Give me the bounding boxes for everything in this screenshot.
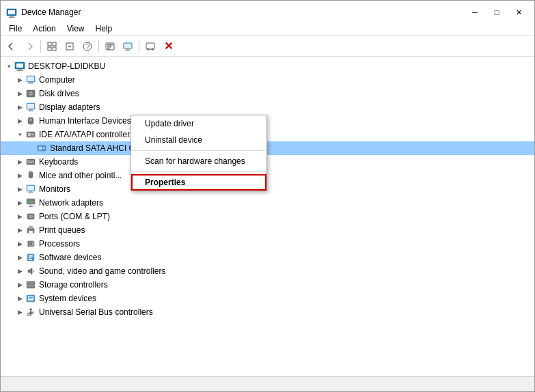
svg-rect-64 xyxy=(30,201,31,202)
context-update-driver[interactable]: Update driver xyxy=(131,115,266,132)
tree-view[interactable]: ▾ DESKTOP-LDIDKBU ▶ xyxy=(1,57,534,376)
context-scan-hardware[interactable]: Scan for hardware changes xyxy=(131,153,266,169)
menu-help[interactable]: Help xyxy=(90,23,118,36)
expand-icon-disk: ▶ xyxy=(14,88,25,99)
svg-rect-69 xyxy=(29,216,30,217)
monitor-icon xyxy=(25,184,36,195)
svg-rect-85 xyxy=(29,259,32,260)
tree-item-mice[interactable]: ▶ Mice and other pointi... xyxy=(1,169,534,182)
computer-button[interactable] xyxy=(120,38,136,55)
software-icon xyxy=(25,252,36,263)
expand-icon-storage: ▶ xyxy=(14,279,25,290)
software-devices-label: Software devices xyxy=(39,253,101,262)
svg-rect-63 xyxy=(28,201,29,202)
svg-rect-17 xyxy=(126,48,129,50)
menu-file[interactable]: File xyxy=(3,23,27,36)
tree-item-sata[interactable]: Standard SATA AHCI Controller xyxy=(1,141,534,155)
storage-icon xyxy=(25,279,36,290)
menu-bar: File Action View Help xyxy=(1,23,534,36)
sata-icon xyxy=(36,143,47,154)
svg-rect-61 xyxy=(30,200,31,201)
expand-icon-usb: ▶ xyxy=(14,307,25,318)
tree-item-disk-drives[interactable]: ▶ Disk drives xyxy=(1,87,534,100)
tree-item-usb[interactable]: ▶ Universal Serial Bus controllers xyxy=(1,305,534,319)
tree-item-sound[interactable]: ▶ Sound, video and game controllers xyxy=(1,264,534,278)
minimize-button[interactable]: ─ xyxy=(465,5,485,19)
storage-controllers-label: Storage controllers xyxy=(39,280,108,290)
menu-view[interactable]: View xyxy=(61,23,90,36)
tree-item-software[interactable]: ▶ Software devices xyxy=(1,251,534,264)
tree-item-storage[interactable]: ▶ Storage controllers xyxy=(1,278,534,292)
collapse-button[interactable] xyxy=(61,38,78,55)
svg-rect-62 xyxy=(32,200,33,201)
expand-icon-display: ▶ xyxy=(14,102,25,113)
context-sep-1 xyxy=(131,150,266,151)
svg-rect-70 xyxy=(31,216,32,217)
tree-item-processors[interactable]: ▶ Processors xyxy=(1,237,534,251)
svg-rect-58 xyxy=(28,193,33,193)
svg-marker-86 xyxy=(28,268,32,275)
svg-rect-43 xyxy=(39,147,42,150)
ports-label: Ports (COM & LPT) xyxy=(39,212,110,221)
svg-rect-3 xyxy=(9,17,14,18)
svg-rect-52 xyxy=(33,163,34,164)
svg-rect-35 xyxy=(29,109,33,111)
svg-rect-40 xyxy=(28,133,31,136)
back-button[interactable] xyxy=(3,38,20,55)
mouse-icon xyxy=(25,170,36,181)
tree-item-keyboards[interactable]: ▶ Keyboards xyxy=(1,155,534,169)
svg-rect-73 xyxy=(29,231,33,234)
forward-button[interactable] xyxy=(21,38,38,55)
tree-item-network[interactable]: ▶ Network adapters xyxy=(1,196,534,210)
device-properties-button[interactable] xyxy=(102,38,118,55)
svg-rect-34 xyxy=(27,104,34,109)
svg-rect-44 xyxy=(43,148,44,149)
svg-rect-48 xyxy=(31,160,33,162)
computer-small-icon xyxy=(25,74,36,85)
close-button[interactable]: ✕ xyxy=(508,5,529,19)
menu-action[interactable]: Action xyxy=(27,23,61,36)
svg-rect-19 xyxy=(146,43,154,49)
ide-icon xyxy=(25,129,36,140)
context-uninstall-device[interactable]: Uninstall device xyxy=(131,132,266,148)
tree-item-hid[interactable]: ▶ Human Interface Devices xyxy=(1,114,534,128)
expand-icon-ports: ▶ xyxy=(14,211,25,222)
keyboards-label: Keyboards xyxy=(39,157,78,167)
ide-label: IDE ATA/ATAPI controllers xyxy=(39,130,134,139)
svg-rect-7 xyxy=(53,47,56,51)
svg-text:?: ? xyxy=(86,43,90,51)
svg-rect-74 xyxy=(29,229,31,230)
title-controls: ─ □ ✕ xyxy=(465,5,529,19)
system-devices-label: System devices xyxy=(39,294,96,303)
disk-icon xyxy=(25,88,36,99)
app-icon xyxy=(6,7,17,18)
svg-rect-72 xyxy=(29,226,33,229)
svg-point-21 xyxy=(152,48,154,50)
maximize-button[interactable]: □ xyxy=(486,5,507,19)
context-menu: Update driver Uninstall device Scan for … xyxy=(131,115,267,191)
tree-item-system[interactable]: ▶ System devices xyxy=(1,292,534,305)
svg-rect-47 xyxy=(29,160,31,162)
tree-root[interactable]: ▾ DESKTOP-LDIDKBU xyxy=(1,59,534,73)
tree-item-ide[interactable]: ▾ IDE ATA/ATAPI controllers xyxy=(1,128,534,141)
tree-item-monitors[interactable]: ▶ Monitors xyxy=(1,182,534,196)
tree-item-ports[interactable]: ▶ Ports (COM & LPT) xyxy=(1,210,534,223)
svg-rect-51 xyxy=(29,163,32,164)
tree-item-computer[interactable]: ▶ Computer xyxy=(1,73,534,87)
computer-label: Computer xyxy=(39,75,75,85)
svg-rect-23 xyxy=(16,64,23,68)
context-properties[interactable]: Properties xyxy=(131,174,266,191)
remove-button[interactable]: ✕ xyxy=(160,38,176,55)
sound-icon xyxy=(25,266,36,277)
tree-item-print[interactable]: ▶ Print queues xyxy=(1,223,534,237)
help-button[interactable]: ? xyxy=(79,38,96,55)
svg-rect-94 xyxy=(29,298,31,299)
tree-item-display[interactable]: ▶ Display adapters xyxy=(1,100,534,114)
update-driver-button[interactable] xyxy=(142,38,159,55)
svg-rect-16 xyxy=(124,43,132,48)
expand-icon-software: ▶ xyxy=(14,252,25,263)
svg-rect-27 xyxy=(27,76,34,81)
svg-rect-45 xyxy=(27,159,35,165)
monitors-label: Monitors xyxy=(39,184,70,194)
expand-button[interactable] xyxy=(44,38,60,55)
